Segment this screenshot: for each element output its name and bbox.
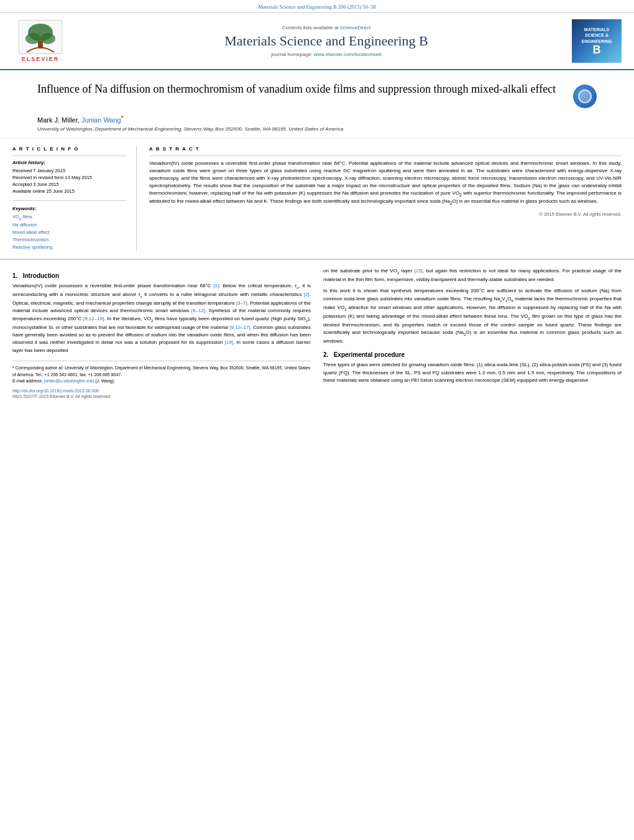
elsevier-tree-icon xyxy=(19,20,62,54)
author-wang[interactable]: Junlan Wang xyxy=(81,116,121,124)
history-item-3: Accepted 3 June 2015 xyxy=(12,181,127,188)
introduction-para-1: Vanadium(IV) oxide possesses a reversibl… xyxy=(12,282,311,354)
author-miller: Mark J. Miller, xyxy=(37,116,81,124)
copyright-line: © 2015 Elsevier B.V. All rights reserved… xyxy=(149,211,622,217)
crossmark-badge xyxy=(573,85,597,108)
article-main-title: Influence of Na diffusion on thermochrom… xyxy=(37,81,564,96)
article-title-row: Influence of Na diffusion on thermochrom… xyxy=(37,81,597,108)
article-title-section: Influence of Na diffusion on thermochrom… xyxy=(0,70,634,139)
contents-line: Contents lists available at ScienceDirec… xyxy=(81,25,572,30)
keyword-4: Thermochromism xyxy=(12,236,127,244)
article-info-abstract-section: A R T I C L E I N F O Article history: R… xyxy=(0,139,634,252)
body-left: 1. Introduction Vanadium(IV) oxide posse… xyxy=(12,267,311,399)
affiliation-line: University of Washington, Department of … xyxy=(37,126,597,132)
doi-section: http://dx.doi.org/10.1016/j.mseb.2015.06… xyxy=(12,389,311,399)
footnote-section: * Corresponding author at: University of… xyxy=(12,361,311,385)
homepage-link[interactable]: www.elsevier.com/locate/mseb xyxy=(314,52,382,57)
abstract-text: Vanadium(IV) oxide possesses a reversibl… xyxy=(149,160,622,206)
main-body: 1. Introduction Vanadium(IV) oxide posse… xyxy=(0,259,634,405)
history-label: Article history: xyxy=(12,160,127,165)
intro-para-right-1: on the substrate prior to the VO2 layer … xyxy=(323,267,622,284)
body-right: on the substrate prior to the VO2 layer … xyxy=(323,267,622,399)
divider-3 xyxy=(149,155,622,156)
article-info-col: A R T I C L E I N F O Article history: R… xyxy=(12,146,137,252)
keyword-2: Na diffusion xyxy=(12,221,127,229)
email-link[interactable]: junlan@u.washington.edu xyxy=(44,379,94,383)
elsevier-name: ELSEVIER xyxy=(22,56,60,62)
contents-text: Contents lists available at xyxy=(282,25,340,30)
introduction-title: 1. Introduction xyxy=(12,272,311,279)
doi-link[interactable]: http://dx.doi.org/10.1016/j.mseb.2015.06… xyxy=(12,389,311,393)
journal-center: Contents lists available at ScienceDirec… xyxy=(81,25,572,57)
homepage-line: journal homepage: www.elsevier.com/locat… xyxy=(81,52,572,57)
homepage-text: journal homepage: xyxy=(271,52,314,57)
issn-text: 0921-5107/© 2015 Elsevier B.V. All right… xyxy=(12,394,311,399)
keyword-5: Reactive sputtering xyxy=(12,244,127,251)
using-word: using xyxy=(391,377,403,383)
citation-bar: Materials Science and Engineering B 200 … xyxy=(0,0,634,13)
page-wrapper: Materials Science and Engineering B 200 … xyxy=(0,0,634,840)
sciencedirect-link[interactable]: ScienceDirect xyxy=(340,25,370,30)
authors-line: Mark J. Miller, Junlan Wang* xyxy=(37,114,597,124)
history-item-2: Received in revised form 13 May 2015 xyxy=(12,174,127,181)
intro-title: Introduction xyxy=(23,272,59,279)
abstract-col: A B S T R A C T Vanadium(IV) oxide posse… xyxy=(149,146,622,252)
exp-title: Experimental procedure xyxy=(334,351,405,358)
email-suffix: (J. Wang). xyxy=(95,379,115,383)
journal-header: ELSEVIER Contents lists available at Sci… xyxy=(0,13,634,70)
history-item-4: Available online 25 June 2015 xyxy=(12,188,127,195)
journal-logo-right: MATERIALSSCIENCE &ENGINEERING B xyxy=(572,19,622,63)
exp-num: 2. xyxy=(323,351,328,358)
divider-2 xyxy=(12,200,127,201)
crossmark-icon xyxy=(578,90,592,103)
keyword-1: VO2 films xyxy=(12,213,127,222)
two-col-body: 1. Introduction Vanadium(IV) oxide posse… xyxy=(12,267,622,399)
keywords-section: Keywords: VO2 films Na diffusion Mixed-a… xyxy=(12,206,127,252)
intro-num: 1. xyxy=(12,272,17,279)
intro-para-right-2: In this work it is shown that synthesis … xyxy=(323,287,622,345)
logo-b: B xyxy=(593,44,601,55)
experimental-title: 2. Experimental procedure xyxy=(323,351,622,358)
journal-title: Materials Science and Engineering B xyxy=(81,33,572,49)
citation-text: Materials Science and Engineering B 200 … xyxy=(258,4,376,10)
footnote-email: E-mail address: junlan@u.washington.edu … xyxy=(12,378,311,385)
article-info-header: A R T I C L E I N F O xyxy=(12,146,127,152)
keyword-3: Mixed-alkali effect xyxy=(12,229,127,236)
email-label: E-mail address: xyxy=(12,379,44,383)
history-item-1: Received 7 January 2015 xyxy=(12,167,127,174)
logo-text: MATERIALSSCIENCE &ENGINEERING xyxy=(581,27,612,44)
footnote-star: * Corresponding author at: University of… xyxy=(12,365,311,378)
elsevier-logo: ELSEVIER xyxy=(12,20,68,62)
abstract-header: A B S T R A C T xyxy=(149,146,622,152)
divider-1 xyxy=(12,155,127,156)
keywords-label: Keywords: xyxy=(12,206,127,211)
experimental-para: Three types of glass were selected for g… xyxy=(323,361,622,384)
article-history: Article history: Received 7 January 2015… xyxy=(12,160,127,195)
